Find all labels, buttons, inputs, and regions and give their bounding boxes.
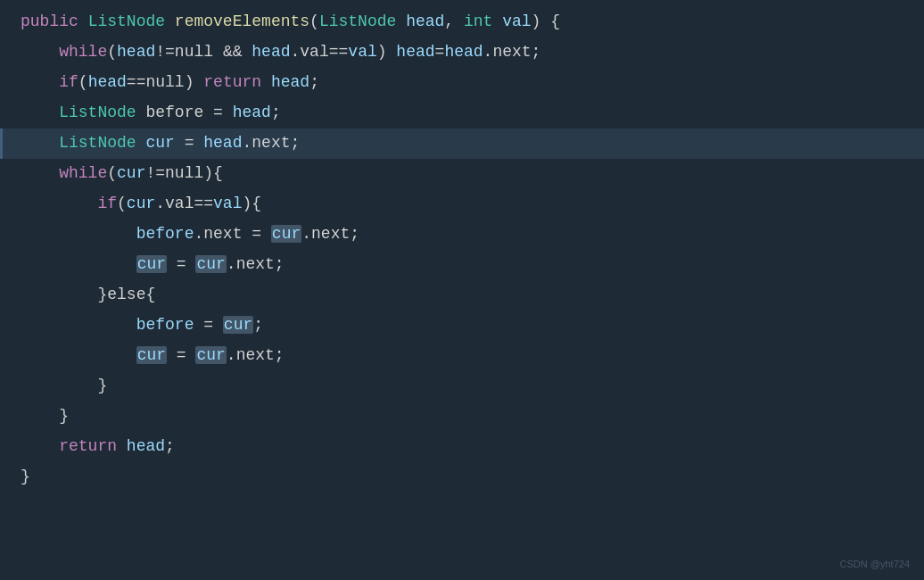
token: head: [271, 73, 309, 91]
token: before: [136, 316, 194, 334]
token: =: [167, 346, 195, 364]
token: head: [406, 12, 444, 30]
token: }: [59, 407, 69, 425]
code-line: cur = cur.next;: [0, 341, 924, 371]
line-content: while(head!=null && head.val==val) head=…: [3, 39, 540, 65]
code-line: return head;: [0, 432, 924, 462]
code-line: if(cur.val==val){: [0, 189, 924, 220]
token: cur: [117, 164, 145, 182]
line-content: }: [3, 403, 69, 429]
token: .next;: [242, 134, 300, 152]
token: int: [464, 12, 492, 30]
token: [261, 73, 271, 91]
token: =: [435, 43, 445, 61]
token: [492, 12, 502, 30]
token: before =: [136, 104, 233, 121]
line-content: before.next = cur.next;: [3, 221, 359, 247]
token: public: [21, 12, 78, 30]
code-line: while(cur!=null){: [0, 159, 924, 189]
token: head: [127, 437, 165, 455]
token: before: [136, 225, 194, 243]
token: [396, 12, 406, 30]
token: cur: [127, 195, 155, 212]
token: .next =: [194, 225, 270, 243]
token: [117, 437, 127, 455]
token: }: [97, 377, 107, 394]
code-content: public ListNode removeElements(ListNode …: [0, 7, 924, 493]
token: cur: [145, 134, 174, 152]
token: (: [309, 12, 319, 30]
token: [136, 134, 146, 152]
code-line: before.next = cur.next;: [0, 220, 924, 250]
code-line: ListNode before = head;: [0, 98, 924, 128]
token: cur: [195, 255, 226, 273]
line-content: }: [3, 373, 107, 399]
token: ListNode: [59, 134, 136, 152]
token: [165, 12, 175, 30]
line-content: ListNode cur = head.next;: [3, 130, 300, 156]
token: head: [252, 43, 290, 61]
token: if: [59, 73, 78, 91]
token: head: [203, 134, 242, 152]
code-editor: public ListNode removeElements(ListNode …: [0, 0, 924, 580]
token: =: [175, 134, 203, 152]
token: cur: [223, 316, 253, 334]
code-line: while(head!=null && head.val==val) head=…: [0, 37, 924, 68]
token: val: [213, 195, 242, 212]
token: ) {: [532, 12, 560, 30]
line-content: public ListNode removeElements(ListNode …: [3, 9, 560, 35]
token: (: [107, 164, 117, 182]
token: while: [59, 164, 107, 182]
line-content: ListNode before = head;: [3, 100, 281, 126]
token: (: [117, 195, 127, 212]
code-line: before = cur;: [0, 311, 924, 341]
token: [78, 12, 88, 30]
token: removeElements: [175, 12, 309, 30]
token: .next;: [483, 43, 541, 61]
token: while: [59, 43, 107, 61]
token: ){: [242, 195, 261, 212]
token: if: [97, 195, 117, 212]
token: head: [88, 73, 127, 91]
token: cur: [136, 346, 167, 364]
token: ;: [309, 73, 319, 91]
token: ListNode: [319, 12, 396, 30]
token: ,: [444, 12, 464, 30]
token: val: [348, 43, 376, 61]
token: head: [396, 43, 434, 61]
token: !=null){: [145, 164, 222, 182]
token: !=null &&: [155, 43, 252, 61]
line-content: while(cur!=null){: [3, 161, 223, 186]
token: cur: [136, 255, 167, 273]
token: val: [502, 12, 531, 30]
line-content: if(cur.val==val){: [3, 191, 261, 217]
token: .next;: [227, 255, 285, 273]
token: }else{: [97, 286, 155, 303]
token: (: [107, 43, 117, 61]
token: .next;: [227, 346, 285, 364]
code-line: public ListNode removeElements(ListNode …: [0, 7, 924, 37]
code-line: if(head==null) return head;: [0, 68, 924, 98]
line-content: before = cur;: [3, 312, 263, 338]
line-content: }: [3, 464, 30, 490]
code-line: }: [0, 402, 924, 432]
line-content: return head;: [3, 434, 175, 460]
token: (: [78, 73, 88, 91]
token: .next;: [301, 225, 359, 243]
code-line: }else{: [0, 280, 924, 311]
token: .val==: [155, 195, 213, 212]
token: ;: [271, 104, 281, 121]
watermark: CSDN @yht724: [840, 557, 910, 573]
token: cur: [271, 225, 301, 243]
token: ListNode: [88, 12, 165, 30]
line-content: if(head==null) return head;: [3, 70, 319, 95]
token: ;: [165, 437, 175, 455]
token: head: [117, 43, 155, 61]
token: ListNode: [59, 104, 136, 121]
token: ==null): [127, 73, 203, 91]
code-line: }: [0, 462, 924, 493]
token: =: [194, 316, 222, 334]
line-content: cur = cur.next;: [3, 252, 285, 278]
token: return: [203, 73, 261, 91]
token: ;: [253, 316, 263, 334]
